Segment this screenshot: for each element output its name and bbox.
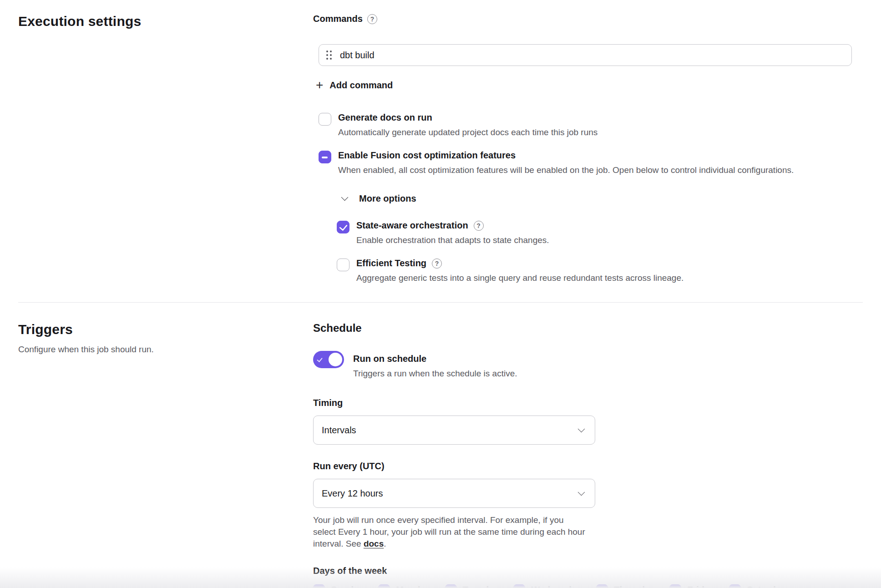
run-every-label: Run every (UTC) <box>313 461 859 471</box>
generate-docs-block: Generate docs on run Automatically gener… <box>319 112 859 137</box>
run-on-schedule-description: Triggers a run when the schedule is acti… <box>353 369 517 379</box>
generate-docs-row: Generate docs on run Automatically gener… <box>319 112 859 137</box>
friday-label: Friday <box>687 585 714 588</box>
efficient-testing-description: Aggregate generic tests into a single qu… <box>356 273 684 283</box>
run-on-schedule-toggle[interactable] <box>313 351 344 368</box>
timing-select-value: Intervals <box>322 425 356 436</box>
days-of-week-label: Days of the week <box>313 566 859 576</box>
sunday-checkbox[interactable] <box>313 584 325 588</box>
commands-label: Commands <box>313 14 363 24</box>
add-command-label: Add command <box>329 80 393 91</box>
triggers-section: Triggers Configure when this job should … <box>0 303 881 588</box>
saturday-checkbox[interactable] <box>729 584 741 588</box>
execution-settings-section: Execution settings Commands ? + Add comm… <box>0 0 881 283</box>
plus-icon: + <box>316 79 323 91</box>
efficient-testing-checkbox[interactable] <box>337 259 349 271</box>
tuesday-label: Tuesday <box>463 585 499 588</box>
state-aware-description: Enable orchestration that adapts to stat… <box>356 235 549 245</box>
more-options-label: More options <box>359 193 416 204</box>
wednesday-label: Wednesday <box>531 585 582 588</box>
execution-settings-title: Execution settings <box>18 14 313 29</box>
day-item-wednesday[interactable]: Wednesday <box>513 584 582 588</box>
generate-docs-label[interactable]: Generate docs on run <box>338 112 432 123</box>
wednesday-checkbox[interactable] <box>513 584 525 588</box>
execution-options-group: Generate docs on run Automatically gener… <box>319 112 859 283</box>
fusion-block: Enable Fusion cost optimization features… <box>319 150 859 283</box>
fusion-label[interactable]: Enable Fusion cost optimization features <box>338 150 516 161</box>
drag-handle-icon[interactable] <box>325 49 333 61</box>
generate-docs-description: Automatically generate updated project d… <box>338 127 597 137</box>
schedule-heading: Schedule <box>313 322 859 335</box>
timing-select[interactable]: Intervals <box>313 416 595 445</box>
commands-help-icon[interactable]: ? <box>367 14 377 24</box>
fusion-row: Enable Fusion cost optimization features… <box>319 150 859 175</box>
state-aware-row: State-aware orchestration ? Enable orche… <box>337 220 859 245</box>
triggers-left: Triggers Configure when this job should … <box>18 322 313 588</box>
day-item-saturday[interactable]: Saturday <box>729 584 786 588</box>
state-aware-text: State-aware orchestration ? Enable orche… <box>356 220 549 245</box>
run-every-select-value: Every 12 hours <box>322 488 383 499</box>
generate-docs-checkbox[interactable] <box>319 113 331 126</box>
run-on-schedule-label: Run on schedule <box>353 354 517 364</box>
add-command-button[interactable]: + Add command <box>316 79 393 91</box>
day-item-friday[interactable]: Friday <box>669 584 714 588</box>
fusion-checkbox[interactable] <box>319 151 331 163</box>
fusion-description: When enabled, all cost optimization feat… <box>338 165 794 175</box>
chevron-down-icon <box>341 194 349 201</box>
day-item-monday[interactable]: Monday <box>378 584 430 588</box>
timing-label: Timing <box>313 398 859 408</box>
execution-settings-left: Execution settings <box>18 14 313 283</box>
efficient-testing-text: Efficient Testing ? Aggregate generic te… <box>356 258 684 283</box>
run-on-schedule-row: Run on schedule Triggers a run when the … <box>313 351 859 379</box>
day-item-tuesday[interactable]: Tuesday <box>445 584 499 588</box>
days-of-week-row: Sunday Monday Tuesday Wednesday Thursday <box>313 584 859 588</box>
efficient-testing-help-icon[interactable]: ? <box>432 259 442 269</box>
state-aware-checkbox[interactable] <box>337 221 349 233</box>
toggle-knob <box>329 353 342 366</box>
efficient-testing-row: Efficient Testing ? Aggregate generic te… <box>337 258 859 283</box>
saturday-label: Saturday <box>747 585 786 588</box>
run-on-schedule-text: Run on schedule Triggers a run when the … <box>353 351 517 379</box>
execution-settings-right: Commands ? + Add command <box>313 14 859 283</box>
triggers-subtitle: Configure when this job should run. <box>18 345 313 355</box>
command-input[interactable] <box>340 50 844 61</box>
command-row <box>319 44 852 66</box>
generate-docs-text: Generate docs on run Automatically gener… <box>338 112 597 137</box>
interval-help-text-start: Your job will run once every specified i… <box>313 515 585 548</box>
toggle-check-icon <box>317 356 322 362</box>
fusion-text: Enable Fusion cost optimization features… <box>338 150 794 175</box>
thursday-checkbox[interactable] <box>596 584 608 588</box>
day-item-thursday[interactable]: Thursday <box>596 584 655 588</box>
day-item-sunday[interactable]: Sunday <box>313 584 364 588</box>
friday-checkbox[interactable] <box>669 584 681 588</box>
triggers-title: Triggers <box>18 322 313 337</box>
state-aware-label[interactable]: State-aware orchestration <box>356 220 468 231</box>
docs-link[interactable]: docs <box>364 539 384 548</box>
commands-label-row: Commands ? <box>313 14 859 24</box>
job-settings-page: Execution settings Commands ? + Add comm… <box>0 0 881 588</box>
thursday-label: Thursday <box>614 585 655 588</box>
sunday-label: Sunday <box>331 585 364 588</box>
fusion-sub-options: State-aware orchestration ? Enable orche… <box>337 220 859 283</box>
state-aware-help-icon[interactable]: ? <box>474 221 484 231</box>
monday-checkbox[interactable] <box>378 584 390 588</box>
triggers-right: Schedule Run on schedule Triggers a run … <box>313 322 859 588</box>
monday-label: Monday <box>396 585 430 588</box>
interval-help-text: Your job will run once every specified i… <box>313 514 586 550</box>
efficient-testing-label[interactable]: Efficient Testing <box>356 258 426 269</box>
interval-help-text-end: . <box>384 539 386 548</box>
chevron-down-icon <box>578 425 585 432</box>
chevron-down-icon <box>578 488 585 496</box>
tuesday-checkbox[interactable] <box>445 584 457 588</box>
more-options-toggle[interactable]: More options <box>342 193 416 204</box>
run-every-select[interactable]: Every 12 hours <box>313 479 595 508</box>
